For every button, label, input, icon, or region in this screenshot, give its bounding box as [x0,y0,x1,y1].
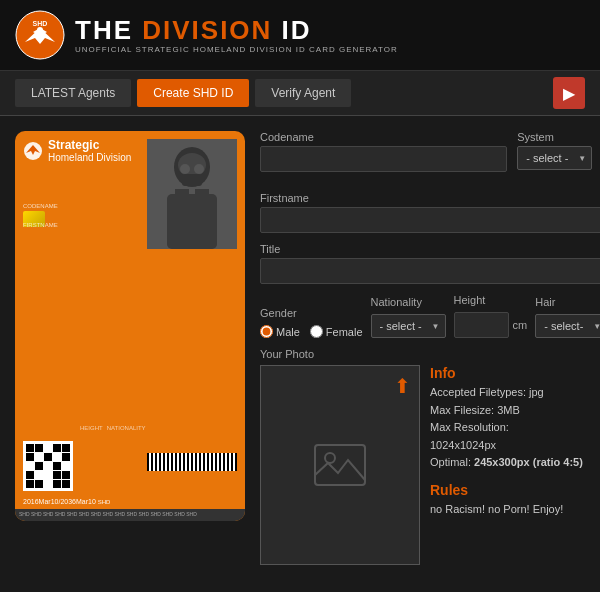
hair-label: Hair [535,296,600,308]
upload-icon: ⬆ [394,374,411,398]
svg-point-11 [194,164,204,174]
shd-logo-icon: SHD [15,10,65,60]
nationality-label: Nationality [371,296,446,308]
logo-the: THE [75,15,133,45]
rules-title: Rules [430,482,600,498]
codename-label: Codename [260,131,507,143]
gender-label: Gender [260,307,363,319]
photo-placeholder-icon [310,435,370,495]
card-title-line2: Homeland Division [48,152,131,163]
gender-male-label[interactable]: Male [260,325,300,338]
header: SHD THE DIVISION ID UNOFFICIAL STRATEGIC… [0,0,600,71]
info-line1: Accepted Filetypes: jpg [430,386,544,398]
title-input[interactable] [260,258,600,284]
nationality-select-wrapper: - select - [371,314,446,338]
system-group: System - select - [517,131,600,172]
submit-row: Request SHD ID [0,580,600,592]
height-unit: cm [513,319,528,331]
info-line3: Max Resolution: [430,421,509,433]
svg-rect-12 [182,174,202,186]
codename-group: Codename [260,131,507,172]
info-title: Info [430,365,600,381]
nav-social-icon-button[interactable]: ▶ [553,77,585,109]
photo-section: Your Photo ⬆ Info Accepted Filet [260,348,600,565]
height-group: Height cm [454,294,528,338]
title-label: Title [260,243,600,255]
card-stat-nationality: NATIONALITY [107,425,146,431]
card-photo [147,139,237,249]
height-row: cm [454,312,528,338]
svg-point-4 [37,27,43,33]
logo-division: DIVISION [142,15,272,45]
firstname-label: Firstname [260,192,600,204]
hair-select[interactable]: - select- [535,314,600,338]
height-label: Height [454,294,528,306]
quad-row: Gender Male Female Nationality [260,294,600,338]
info-line4: 1024x1024px [430,439,496,451]
logo-area: SHD THE DIVISION ID UNOFFICIAL STRATEGIC… [15,10,398,60]
logo-text: THE DIVISION ID UNOFFICIAL STRATEGIC HOM… [75,17,398,54]
photo-upload-box[interactable]: ⬆ [260,365,420,565]
svg-text:SHD: SHD [33,20,48,27]
system-select-wrapper: - select - [517,146,592,170]
card-qr-code [23,441,73,491]
gender-female-label[interactable]: Female [310,325,363,338]
nationality-select[interactable]: - select - [371,314,446,338]
info-text: Accepted Filetypes: jpg Max Filesize: 3M… [430,384,600,472]
id-card-preview: Strategic Homeland Division Codena [15,131,245,521]
svg-point-17 [325,453,335,463]
rules-text: no Racism! no Porn! Enjoy! [430,501,600,518]
card-shd-icon [23,141,43,161]
card-photo-svg [147,139,237,249]
card-title-line1: Strategic [48,139,131,152]
svg-point-10 [180,164,190,174]
card-codename-label: Codename [23,203,237,209]
main-content: Strategic Homeland Division Codena [0,116,600,580]
card-stats: HEIGHT NATIONALITY [80,425,146,431]
height-input[interactable] [454,312,509,338]
card-firstname-label: Firstname [23,222,237,228]
gender-male-radio[interactable] [260,325,273,338]
gender-female-radio[interactable] [310,325,323,338]
nav-create-shd[interactable]: Create SHD ID [137,79,249,107]
photo-label: Your Photo [260,348,600,360]
hair-group: Hair - select- [535,296,600,338]
title-group: Title [260,243,600,284]
gender-male-text: Male [276,326,300,338]
firstname-input[interactable] [260,207,600,233]
card-date-from: 2016Mar10 [23,498,58,505]
logo-id: ID [282,15,312,45]
system-select[interactable]: - select - [517,146,592,170]
nav-latest-agents[interactable]: LATEST Agents [15,79,131,107]
card-stat-height: HEIGHT [80,425,103,431]
logo-subtitle: UNOFFICIAL STRATEGIC HOMELAND DIVISION I… [75,45,398,54]
photo-info: Info Accepted Filetypes: jpg Max Filesiz… [430,365,600,565]
info-line2: Max Filesize: 3MB [430,404,520,416]
firstname-group: Firstname [260,192,600,233]
nationality-group: Nationality - select - [371,296,446,338]
system-label: System [517,131,600,143]
info-line5: Optimal: 245x300px (ratio 4:5) [430,456,583,468]
social-icon: ▶ [563,84,575,103]
svg-rect-16 [315,445,365,485]
codename-input[interactable] [260,146,507,172]
gender-group: Gender Male Female [260,307,363,338]
photo-row: ⬆ Info Accepted Filetypes: jpg Max Files… [260,365,600,565]
card-bottom-text: SHD SHD SHD SHD SHD SHD SHD SHD SHD SHD … [19,511,197,517]
gender-options: Male Female [260,325,363,338]
card-bottom-bar: SHD SHD SHD SHD SHD SHD SHD SHD SHD SHD … [15,509,245,521]
card-title: Strategic Homeland Division [48,139,131,163]
card-barcode [147,453,237,471]
card-dates: 2016Mar10/2036Mar10 SHD [23,498,110,505]
hair-select-wrapper: - select- [535,314,600,338]
card-date-to: 2036Mar10 [60,498,95,505]
codename-system-row: Codename System - select - [260,131,600,182]
gender-female-text: Female [326,326,363,338]
nav-bar: LATEST Agents Create SHD ID Verify Agent… [0,71,600,116]
form-area: Codename System - select - Firstname Tit… [260,131,600,565]
nav-verify-agent[interactable]: Verify Agent [255,79,351,107]
